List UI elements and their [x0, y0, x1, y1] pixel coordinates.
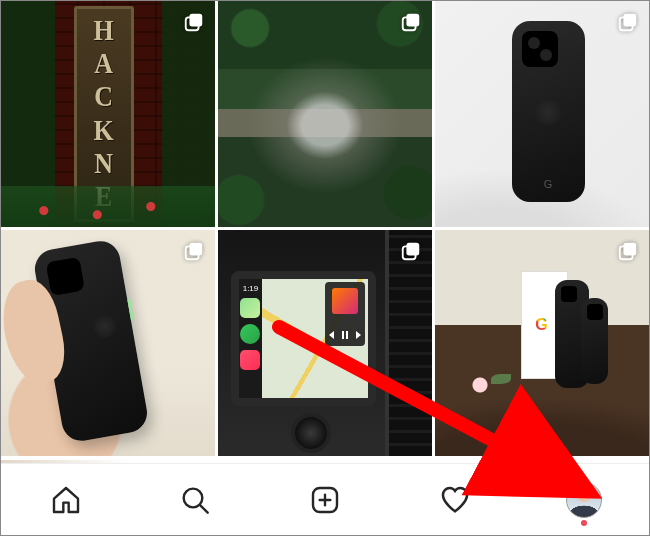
volume-knob-icon — [295, 417, 327, 449]
decorative-foliage — [218, 1, 432, 227]
profile-tab[interactable] — [564, 480, 604, 520]
svg-rect-5 — [620, 17, 633, 30]
camera-module-icon — [561, 286, 577, 302]
svg-rect-7 — [186, 246, 199, 259]
next-track-icon — [356, 331, 361, 339]
air-vent — [385, 230, 432, 456]
svg-rect-4 — [623, 14, 636, 27]
pause-icon — [342, 331, 348, 339]
fingerprint-sensor-icon — [535, 99, 561, 125]
grid-post[interactable]: H A C K N E — [1, 1, 215, 227]
google-logo-icon — [535, 316, 553, 334]
carplay-sidebar: 1:19 — [239, 279, 262, 399]
new-post-icon — [309, 484, 341, 516]
svg-rect-6 — [189, 243, 202, 256]
svg-rect-10 — [623, 243, 636, 256]
activity-tab[interactable] — [435, 480, 475, 520]
grid-post[interactable] — [1, 230, 215, 456]
svg-rect-11 — [620, 246, 633, 259]
music-app-icon — [240, 350, 260, 370]
now-playing-card — [325, 282, 365, 347]
infotainment-screen: 1:19 — [231, 271, 377, 407]
sign-letter: H — [94, 17, 114, 46]
camera-module-icon — [46, 256, 85, 295]
phone-graphic: G — [512, 21, 585, 202]
sign-letter: A — [94, 50, 113, 79]
feed-grid: H A C K N E G — [1, 1, 649, 456]
profile-avatar-icon — [566, 482, 602, 518]
search-icon — [179, 484, 211, 516]
sign-letter: C — [94, 83, 113, 112]
grid-post[interactable] — [435, 230, 649, 456]
decorative-foliage — [1, 186, 215, 227]
camera-module-icon — [587, 304, 603, 320]
heart-icon — [438, 483, 472, 517]
flower-graphic — [465, 370, 495, 400]
carousel-icon — [617, 11, 639, 33]
camera-module-icon — [522, 31, 558, 67]
grid-post[interactable]: G — [435, 1, 649, 227]
svg-rect-0 — [189, 14, 202, 27]
map-view — [262, 279, 368, 399]
notification-dot-icon — [581, 520, 587, 526]
search-tab[interactable] — [175, 480, 215, 520]
fingerprint-sensor-icon — [92, 313, 117, 338]
brand-mark: G — [544, 178, 554, 190]
clock-text: 1:19 — [243, 283, 259, 295]
maps-app-icon — [240, 298, 260, 318]
phone-graphic — [581, 298, 609, 384]
bottom-nav — [1, 463, 649, 535]
sign-letter: N — [94, 149, 113, 178]
carousel-icon — [183, 11, 205, 33]
new-post-tab[interactable] — [305, 480, 345, 520]
svg-rect-1 — [186, 17, 199, 30]
carousel-icon — [617, 240, 639, 262]
home-icon — [50, 484, 82, 516]
home-tab[interactable] — [46, 480, 86, 520]
prev-track-icon — [329, 331, 334, 339]
album-art — [332, 288, 358, 314]
carousel-icon — [183, 240, 205, 262]
grid-post[interactable]: 1:19 — [218, 230, 432, 456]
sign-letter: K — [94, 116, 114, 145]
messages-app-icon — [240, 324, 260, 344]
grid-post[interactable] — [218, 1, 432, 227]
svg-line-13 — [201, 505, 208, 512]
